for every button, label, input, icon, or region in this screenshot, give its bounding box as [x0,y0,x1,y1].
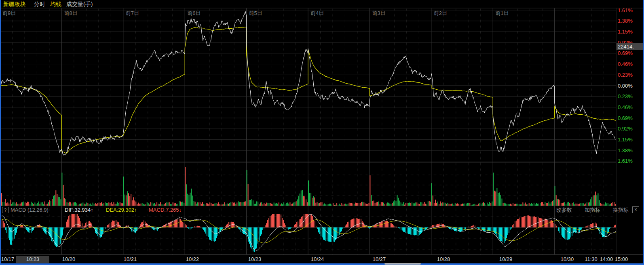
day-label: 前6日 [187,10,201,17]
help-icon[interactable]: ? [2,207,8,213]
window-border-bottom [0,263,644,265]
axis-tick: 1.15% [618,136,643,143]
dea-value: DEA:29.302↑ [106,206,137,213]
dif-value: DIF:32.934↑ [65,206,93,213]
day-label: 前8日 [64,10,77,17]
day-label: 前5日 [249,10,262,17]
time-label: 10/21 [116,256,144,262]
window-border-left [0,0,1,265]
scrollbar-thumb[interactable] [384,263,421,265]
day-label: 前2日 [434,10,447,17]
indicator-name[interactable]: MACD (12,26,9) [11,206,49,213]
add-indicator-button[interactable]: 加指标 [585,206,600,213]
change-params-button[interactable]: 改参数 [556,206,572,213]
app-root: 新疆板块分时均线成交量(手) 前9日前8日前7日前6日前5日前4日前3日前2日前… [0,0,644,265]
axis-tick: 1.15% [618,28,643,35]
axis-tick: 0.23% [618,72,643,78]
macd-value: MACD:7.265↓ [149,206,182,213]
top-menu: 新疆板块分时均线成交量(手) [0,0,644,8]
price-badge: 22414. [617,43,644,50]
time-label: 10/23 [241,256,269,262]
menu-item-ma[interactable]: 均线 [50,1,61,7]
time-label: 10/27 [365,256,393,262]
switch-indicator-button[interactable]: 换指标 [613,206,629,213]
chart-canvas[interactable] [0,0,644,265]
close-icon[interactable]: × [632,206,639,213]
time-label: 15:00 [607,256,636,262]
menu-item-sector[interactable]: 新疆板块 [3,1,26,7]
axis-tick: 0.00% [618,82,643,89]
axis-tick: 1.38% [618,17,643,24]
axis-tick: 0.92% [618,125,643,132]
time-label: 10/28 [429,256,458,262]
axis-tick: 0.46% [618,104,643,111]
indicator-bar: ? MACD (12,26,9) DIF:32.934↑ DEA:29.302↑… [0,206,644,214]
time-label: 10/29 [492,256,520,262]
axis-tick: 1.61% [618,158,643,164]
time-label: 10/22 [178,256,207,262]
time-label: 10/24 [303,256,332,262]
day-label: 前1日 [495,10,509,17]
day-label: 前3日 [372,10,385,17]
day-label: 前9日 [2,10,16,17]
menu-item-timeshare[interactable]: 分时 [34,1,45,7]
axis-tick: 0.23% [618,93,643,100]
crosshair-time-badge: 10:23 [16,256,49,263]
axis-tick: 1.38% [618,147,643,154]
time-label: 10/20 [55,256,83,262]
axis-tick: 0.69% [618,50,643,57]
menu-item-volume[interactable]: 成交量(手) [66,1,93,7]
axis-tick: 0.46% [618,61,643,67]
day-label: 前7日 [126,10,139,17]
day-label: 前4日 [310,10,324,17]
axis-tick: 0.69% [618,115,643,122]
